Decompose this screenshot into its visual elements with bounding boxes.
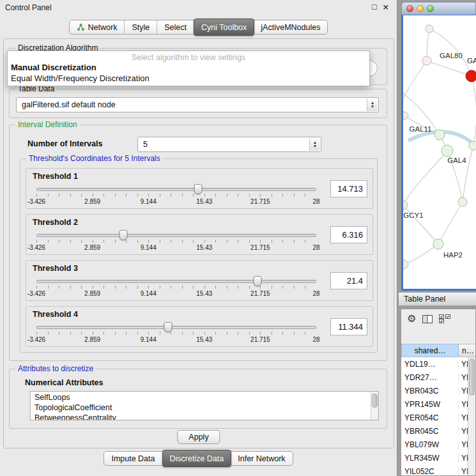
tick-label: -3.426 (27, 336, 45, 343)
network-node[interactable] (403, 112, 408, 119)
num-intervals-select[interactable]: 5 ▲ ▼ (137, 137, 321, 152)
apply-button[interactable]: Apply (177, 430, 220, 444)
tab-label: Impute Data (111, 454, 155, 463)
tick-label: 21.715 (250, 198, 270, 205)
slider-ticks (36, 194, 316, 197)
algorithm-dropdown-popup: Select algorithm to view settings Manual… (7, 50, 370, 86)
column-header-shared-name[interactable]: shared… (401, 344, 459, 357)
table-row[interactable]: YIL052CYIL0… (401, 464, 475, 476)
network-canvas[interactable]: GAL80 GA GAL11 GAL4 GCY1 HAP2 (401, 15, 476, 291)
table-toolbar: ⚙ (401, 309, 475, 328)
tab-jactivemodules[interactable]: jActiveMNodules (254, 20, 327, 34)
network-node[interactable] (403, 201, 408, 210)
tab-select[interactable]: Select (157, 20, 194, 34)
network-window-titlebar[interactable] (401, 2, 476, 15)
table-data-value: galFiltered.sif default node (22, 100, 116, 109)
cell: YLR345W (401, 454, 459, 463)
stepper-down-icon: ▼ (371, 105, 374, 109)
tick-label: 15.43 (196, 336, 212, 343)
tab-discretize-data[interactable]: Discretize Data (162, 450, 232, 467)
algorithm-option-equal-width[interactable]: Equal Width/Frequency Discretization (8, 73, 369, 84)
attributes-list: SelfLoops TopologicalCoefficient Between… (30, 391, 379, 420)
slider-track[interactable] (36, 326, 316, 329)
algorithm-option-manual[interactable]: Manual Discretization (8, 62, 369, 73)
slider-thumb[interactable] (164, 322, 172, 332)
stepper-icon[interactable]: ▲ ▼ (367, 98, 378, 111)
network-node[interactable] (434, 130, 445, 140)
threshold-slider[interactable]: -3.4262.8599.14415.4321.71528 (36, 321, 316, 346)
scrollbar-thumb[interactable] (469, 358, 475, 395)
tab-infer-network[interactable]: Infer Network (231, 452, 292, 465)
slider-ticks (36, 240, 316, 243)
threshold-value-box[interactable]: 14.713 (330, 180, 367, 197)
network-node-selected-red[interactable] (466, 70, 476, 82)
list-item[interactable]: TopologicalCoefficient (31, 403, 378, 413)
network-node[interactable] (469, 141, 476, 150)
gear-icon[interactable]: ⚙ (407, 314, 416, 324)
slider-ticks (36, 286, 316, 289)
table-row[interactable]: YPR145WYPR1… (401, 397, 475, 411)
network-node[interactable] (433, 239, 443, 249)
columns-icon[interactable] (422, 315, 433, 323)
table-row[interactable]: YDR27…YDR2… (401, 371, 475, 384)
threshold-value-box[interactable]: 11.344 (330, 318, 367, 335)
table-panel-window: ⚙ shared… n… YDL19…YDL1… YDR27…YDR2… YBR… (401, 309, 476, 476)
network-node[interactable] (426, 25, 433, 33)
num-intervals-value: 5 (143, 140, 148, 149)
table-data-select[interactable]: galFiltered.sif default node ▲ ▼ (16, 97, 379, 112)
threshold-value-box[interactable]: 6.316 (330, 226, 367, 243)
minimize-traffic-light-icon[interactable] (417, 5, 424, 12)
slider-track[interactable] (36, 188, 316, 191)
tab-label: Network (88, 23, 118, 32)
tab-impute-data[interactable]: Impute Data (104, 452, 162, 465)
tick-label: 9.144 (141, 244, 157, 251)
zoom-traffic-light-icon[interactable] (427, 5, 434, 12)
threshold-slider[interactable]: -3.4262.8599.14415.4321.71528 (36, 229, 316, 254)
float-window-icon[interactable]: □ (372, 3, 377, 12)
stepper-down-icon: ▼ (313, 144, 317, 148)
thresholds-group: Threshold's Coordinates for 5 Intervals … (20, 158, 378, 353)
cell: YDR27… (401, 373, 459, 382)
slider-thumb[interactable] (194, 184, 202, 194)
network-node[interactable] (458, 197, 467, 206)
network-node[interactable] (441, 145, 453, 157)
threshold-slider[interactable]: -3.4262.8599.14415.4321.71528 (36, 275, 316, 300)
scrollbar-thumb[interactable] (372, 394, 378, 408)
tick-label: 28 (312, 290, 319, 297)
num-intervals-label: Number of Intervals (27, 139, 102, 148)
table-row[interactable]: YBR043CYBR0… (401, 384, 475, 397)
table-row[interactable]: YBR045CYBR0… (401, 424, 475, 438)
close-traffic-light-icon[interactable] (406, 5, 413, 12)
control-panel-window: Control Panel □ ✕ Network Style Select C… (0, 0, 397, 476)
threshold-slider[interactable]: -3.4262.8599.14415.4321.71528 (36, 183, 316, 208)
tick-label: 9.144 (141, 198, 157, 205)
slider-thumb[interactable] (119, 230, 127, 240)
tab-cyni-toolbox[interactable]: Cyni Toolbox (194, 19, 254, 36)
close-icon[interactable]: ✕ (383, 3, 389, 12)
list-scrollbar[interactable] (371, 392, 378, 420)
tab-style[interactable]: Style (125, 20, 157, 34)
table-scrollbar[interactable] (468, 357, 475, 475)
tick-label: 15.43 (196, 290, 212, 297)
table-row[interactable]: YER054CYER0… (401, 411, 475, 424)
tab-network[interactable]: Network (70, 20, 125, 34)
table-row[interactable]: YLR345WYLR3… (401, 451, 475, 464)
slider-track[interactable] (36, 280, 316, 283)
network-node[interactable] (403, 260, 408, 269)
tick-label: 9.144 (141, 336, 157, 343)
network-node[interactable] (422, 56, 431, 65)
threshold-value-box[interactable]: 21.4 (330, 272, 367, 289)
tick-label: -3.426 (27, 244, 45, 251)
slider-track[interactable] (36, 234, 316, 237)
stepper-icon[interactable]: ▲ ▼ (309, 138, 320, 151)
list-item[interactable]: SelfLoops (31, 392, 378, 403)
column-header-name[interactable]: n… (459, 344, 475, 357)
slider-thumb[interactable] (254, 276, 262, 286)
tick-label: 21.715 (250, 290, 270, 297)
cell: YDL19… (401, 360, 459, 369)
tab-label: Discretize Data (170, 454, 224, 463)
select-checks-icon[interactable] (439, 314, 451, 323)
table-row[interactable]: YBL079WYBL0… (401, 438, 475, 451)
list-item[interactable]: BetweennessCentrality (31, 413, 378, 420)
table-row[interactable]: YDL19…YDL1… (401, 357, 475, 371)
